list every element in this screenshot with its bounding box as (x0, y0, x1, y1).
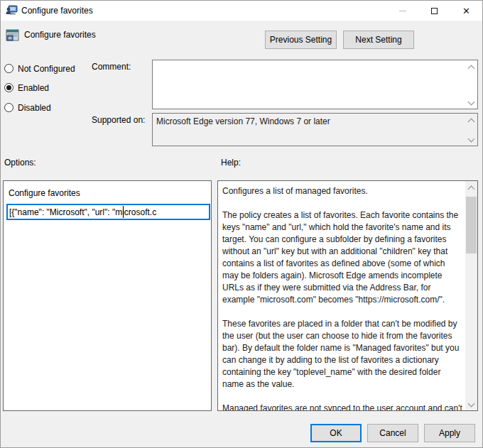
close-icon: ✕ (462, 6, 470, 16)
comment-textarea[interactable] (152, 60, 478, 109)
favorites-field-label: Configure favorites (9, 188, 80, 198)
minimize-button (386, 1, 418, 21)
radio-label: Not Configured (18, 64, 75, 74)
scrollbar-down-button[interactable] (465, 398, 477, 410)
radio-icon (4, 64, 13, 73)
help-panel: Configures a list of managed favorites. … (217, 180, 478, 411)
window-title: Configure favorites (21, 6, 93, 16)
policy-setting-icon (6, 29, 19, 41)
supported-on-field: Microsoft Edge version 77, Windows 7 or … (152, 113, 478, 146)
radio-icon (4, 103, 13, 112)
minimize-icon (399, 11, 406, 11)
configure-favorites-dialog: Configure favorites ✕ Configure favorite… (0, 0, 483, 448)
radio-not-configured[interactable]: Not Configured (4, 63, 75, 74)
previous-setting-button[interactable]: Previous Setting (265, 31, 337, 49)
text-caret (123, 206, 124, 218)
chevron-down-icon (468, 401, 474, 408)
close-button[interactable]: ✕ (450, 1, 482, 21)
radio-label: Enabled (18, 83, 49, 93)
supported-on-value: Microsoft Edge version 77, Windows 7 or … (156, 116, 330, 126)
help-paragraph: Configures a list of managed favorites. (222, 185, 462, 197)
radio-disabled[interactable]: Disabled (4, 102, 51, 113)
help-scrollbar[interactable] (465, 181, 477, 410)
radio-icon-selected (4, 83, 13, 92)
options-section-label: Options: (4, 158, 36, 168)
scrollbar-up-button[interactable] (465, 181, 477, 193)
setting-title: Configure favorites (24, 30, 96, 40)
cancel-button[interactable]: Cancel (367, 424, 418, 442)
help-section-label: Help: (221, 158, 241, 168)
radio-enabled[interactable]: Enabled (4, 82, 49, 93)
help-paragraph: The policy creates a list of favorites. … (222, 209, 462, 306)
scroll-down-icon[interactable] (468, 99, 474, 106)
ok-button[interactable]: OK (310, 424, 362, 442)
help-paragraph: Managed favorites are not synced to the … (222, 403, 462, 410)
scroll-up-icon[interactable] (468, 63, 474, 70)
group-policy-app-icon (6, 5, 18, 16)
comment-label: Comment: (92, 62, 131, 72)
scroll-up-icon (468, 116, 474, 123)
next-setting-button[interactable]: Next Setting (343, 31, 414, 49)
scrollbar-thumb[interactable] (466, 197, 477, 253)
scroll-down-icon (468, 136, 474, 143)
window-controls: ✕ (386, 1, 482, 21)
favorites-json-input[interactable] (6, 204, 210, 220)
options-panel: Configure favorites (3, 180, 212, 411)
supported-on-label: Supported on: (92, 115, 145, 125)
title-bar: Configure favorites ✕ (1, 1, 482, 21)
maximize-button[interactable] (418, 1, 450, 21)
chevron-up-icon (468, 184, 474, 190)
apply-button[interactable]: Apply (424, 424, 475, 442)
help-text: Configures a list of managed favorites. … (218, 181, 465, 410)
help-paragraph: These favorites are placed in a folder t… (222, 318, 462, 390)
radio-label: Disabled (18, 103, 51, 113)
maximize-icon (431, 8, 438, 14)
